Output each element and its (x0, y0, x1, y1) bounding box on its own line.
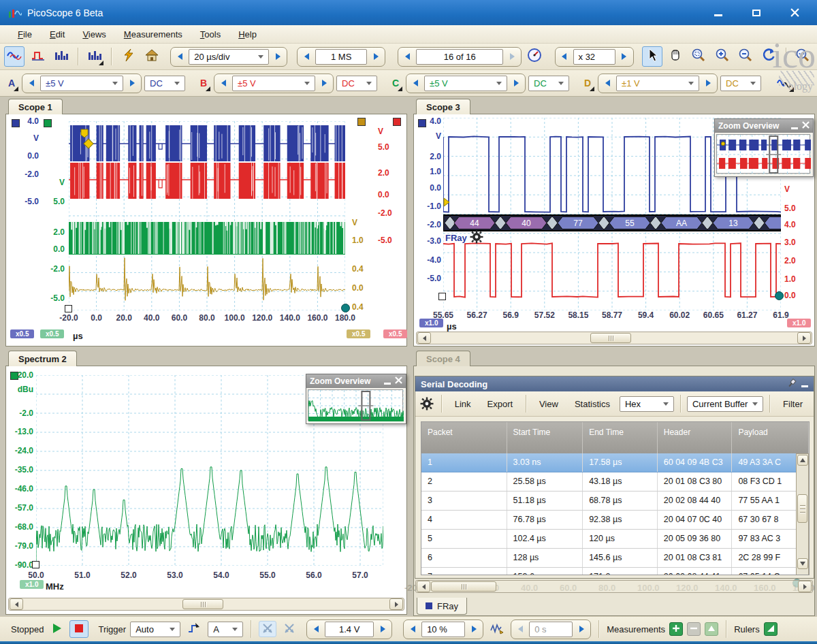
table-row[interactable]: 476.78 µs92.38 µs20 04 07 0C 4067 30 67 … (421, 511, 809, 530)
persistence-view-button[interactable] (27, 46, 48, 67)
zoom-next-button[interactable] (618, 49, 631, 64)
table-row[interactable]: 13.03 ns17.58 µs60 04 09 4B C349 A3 3A C (421, 453, 809, 472)
scroll-thumb[interactable] (431, 581, 496, 592)
menu-item-help[interactable]: Help (230, 27, 265, 42)
filter-button[interactable]: Filter (776, 396, 810, 413)
channel-ruler-handle[interactable] (357, 118, 366, 126)
format-select[interactable]: Hex (620, 396, 674, 412)
horizontal-scrollbar[interactable] (8, 598, 404, 611)
channel-ruler-handle[interactable] (393, 118, 401, 126)
column-header-header[interactable]: Header (658, 422, 733, 453)
close-button[interactable] (787, 7, 802, 19)
scale-badge[interactable]: x1.0 (20, 580, 44, 589)
undo-zoom-button[interactable] (758, 46, 779, 67)
channel-c-button[interactable]: C (388, 74, 403, 92)
scale-badge[interactable]: x0.5 (40, 329, 64, 338)
range-next-button[interactable] (317, 76, 331, 91)
channel-d-range-select[interactable]: ±1 V (616, 76, 699, 91)
horizontal-scrollbar[interactable] (416, 332, 812, 344)
scope1-chart[interactable] (69, 121, 345, 310)
pretrig-down-button[interactable] (406, 622, 419, 637)
samples-select[interactable]: 1 MS (315, 49, 367, 65)
scroll-left-button[interactable] (417, 332, 431, 344)
range-prev-button[interactable] (408, 76, 422, 91)
column-header-start-time[interactable]: Start Time (507, 422, 583, 453)
channel-b-button[interactable]: B (196, 74, 211, 92)
range-prev-button[interactable] (217, 76, 230, 91)
serial-settings-button[interactable] (419, 394, 435, 413)
range-next-button[interactable] (701, 76, 715, 91)
quick-measure-button[interactable] (487, 620, 507, 638)
tab-scope1[interactable]: Scope 1 (8, 99, 63, 114)
stop-button[interactable] (69, 620, 89, 638)
trigger-marker-2-button[interactable] (281, 621, 298, 637)
channel-a-coupling-select[interactable]: DC (144, 76, 185, 91)
serial-tab-fray[interactable]: FRay (417, 598, 467, 615)
level-up-button[interactable] (376, 622, 389, 637)
scale-badge[interactable]: x0.5 (383, 329, 407, 338)
trigger-level-field[interactable]: 1.4 V (325, 622, 374, 637)
menu-item-views[interactable]: Views (74, 27, 114, 42)
time-ruler-handle[interactable] (65, 305, 72, 312)
table-row[interactable]: 351.18 µs68.78 µs20 02 08 44 4077 55 AA … (421, 492, 809, 511)
scroll-right-button[interactable] (798, 581, 812, 592)
range-prev-button[interactable] (600, 76, 614, 91)
scale-badge[interactable]: x1.0 (787, 319, 811, 327)
timebase-prev-button[interactable] (173, 49, 187, 64)
tab-spectrum2[interactable]: Spectrum 2 (8, 351, 77, 366)
horizontal-scrollbar[interactable] (415, 580, 813, 593)
delay-up-button[interactable] (575, 622, 588, 637)
zoom-in-button[interactable] (712, 46, 733, 67)
freq-ruler-handle[interactable] (32, 561, 39, 568)
channel-b-coupling-select[interactable]: DC (336, 76, 377, 91)
channel-a-range-select[interactable]: ±5 V (40, 76, 123, 91)
start-button[interactable] (48, 620, 65, 638)
zoom-overview-titlebar[interactable]: Zoom Overview (715, 119, 813, 133)
zoom-overview-titlebar[interactable]: Zoom Overview (306, 374, 406, 388)
table-row[interactable]: 7153.6 µs171.2 µs20 02 08 44 4167 05 14 … (421, 568, 809, 575)
timebase-next-button[interactable] (271, 49, 285, 64)
zoom-overview-close-button[interactable] (395, 376, 402, 386)
samples-prev-button[interactable] (300, 49, 313, 64)
channel-ruler-handle[interactable] (44, 119, 52, 127)
scroll-thumb[interactable] (590, 333, 631, 343)
serial-minimize-button[interactable] (801, 385, 808, 387)
tab-scope3[interactable]: Scope 3 (416, 99, 470, 114)
channel-a-button[interactable]: A (4, 74, 19, 92)
remove-measurement-button[interactable] (687, 622, 701, 636)
scale-badge[interactable]: x0.5 (347, 329, 370, 338)
channel-b-range-select[interactable]: ±5 V (232, 76, 315, 91)
link-button[interactable]: Link (448, 396, 478, 413)
scroll-thumb[interactable] (797, 494, 807, 523)
time-ruler-handle[interactable] (438, 293, 446, 300)
zoom-overview-window[interactable]: Zoom Overview (714, 118, 814, 177)
home-button[interactable] (142, 46, 162, 67)
pretrigger-field[interactable]: 10 % (421, 622, 465, 637)
tab-scope4[interactable]: Scope 4 (416, 351, 470, 366)
buffer-next-button[interactable] (505, 49, 519, 64)
table-row[interactable]: 225.58 µs43.18 µs20 01 08 C3 8008 F3 CD … (421, 472, 809, 492)
menu-item-tools[interactable]: Tools (192, 27, 229, 42)
table-row[interactable]: 6128 µs145.6 µs20 01 08 C3 812C 28 99 F (421, 549, 809, 568)
buffer-select[interactable]: Current Buffer (687, 396, 763, 412)
ruler-handle[interactable] (341, 304, 350, 312)
delay-field[interactable]: 0 s (529, 622, 573, 637)
zoom-full-button[interactable] (792, 46, 813, 67)
scale-badge[interactable]: x1.0 (419, 319, 443, 327)
column-header-packet[interactable]: Packet (421, 422, 507, 453)
column-header-end-time[interactable]: End Time (583, 422, 658, 453)
scroll-down-button[interactable] (797, 558, 808, 569)
trigger-source-select[interactable]: A (208, 622, 243, 637)
pretrig-up-button[interactable] (467, 622, 481, 637)
level-down-button[interactable] (309, 622, 323, 637)
zoom-overview-close-button[interactable] (802, 121, 810, 131)
zoom-overview-minimize-button[interactable] (384, 383, 391, 385)
zoom-prev-button[interactable] (558, 49, 571, 64)
scroll-left-button[interactable] (417, 581, 430, 592)
buffer-prev-button[interactable] (400, 49, 414, 64)
delay-down-button[interactable] (513, 622, 527, 637)
menu-item-edit[interactable]: Edit (42, 27, 73, 42)
table-vertical-scrollbar[interactable] (796, 453, 809, 575)
scroll-left-button[interactable] (10, 598, 23, 610)
trigger-mode-select[interactable]: Auto (130, 622, 180, 637)
